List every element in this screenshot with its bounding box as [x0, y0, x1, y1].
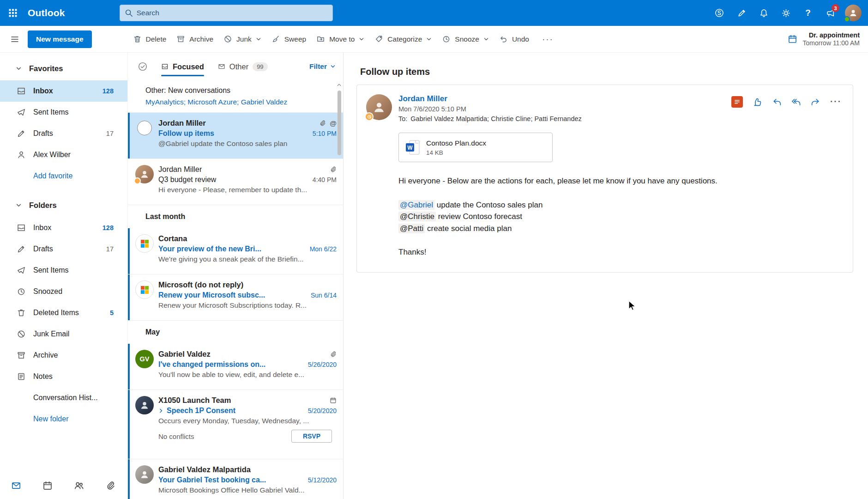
sidebar-item-sent-items[interactable]: Sent Items — [0, 260, 127, 281]
more-commands-button[interactable]: ··· — [537, 30, 559, 49]
tab-other-label: Other — [229, 62, 248, 71]
sidebar-item-conversation-history[interactable]: Conversation Hist... — [0, 387, 127, 408]
message-time: 5/20/2020 — [303, 407, 337, 414]
sender-name-link[interactable]: Jordan Miller — [398, 94, 582, 103]
notifications-bell-icon[interactable] — [753, 2, 775, 24]
sender-avatar[interactable] — [366, 94, 392, 120]
mention-gabriel[interactable]: @Gabriel — [398, 200, 434, 210]
favorites-section-header[interactable]: Favorites — [0, 56, 127, 80]
move-to-button[interactable]: Move to — [311, 30, 369, 49]
undo-label: Undo — [512, 35, 529, 43]
todo-flag-icon[interactable] — [731, 96, 743, 108]
reply-all-icon[interactable] — [791, 97, 801, 107]
pencil-icon — [17, 244, 26, 254]
mention-christie[interactable]: @Christie — [398, 212, 436, 221]
select-all-circle-icon[interactable] — [134, 58, 151, 75]
message-preview: @Gabriel update the Contoso sales plan — [158, 140, 337, 148]
message-datetime: Mon 7/6/2020 5:10 PM — [398, 105, 582, 113]
unread-count: 128 — [102, 87, 114, 95]
avatar — [135, 465, 154, 484]
avatar — [135, 165, 154, 183]
message-card: Jordan Miller Mon 7/6/2020 5:10 PM To: G… — [356, 85, 853, 273]
task-line: @Gabriel update the Contoso sales plan — [398, 199, 840, 211]
other-conversations-banner[interactable]: Other: New conversations MyAnalytics; Mi… — [128, 80, 343, 113]
rsvp-button[interactable]: RSVP — [291, 430, 332, 443]
block-icon — [223, 35, 232, 43]
snooze-button[interactable]: Snooze — [437, 30, 494, 49]
select-radio[interactable] — [137, 121, 152, 135]
attachments-module-icon[interactable] — [105, 481, 115, 491]
word-file-icon: W — [405, 140, 420, 155]
task-line: @Patti create social media plan — [398, 223, 840, 235]
junk-button[interactable]: Junk — [218, 30, 266, 49]
calendar-reminder-peek[interactable]: Dr. appointment Tomorrow 11:00 AM — [788, 31, 860, 48]
sidebar-item-inbox-favorite[interactable]: Inbox 128 — [0, 80, 127, 102]
add-favorite-link[interactable]: Add favorite — [0, 165, 127, 187]
sidebar-item-deleted-items[interactable]: Deleted Items 5 — [0, 302, 127, 323]
feedback-pencil-icon[interactable] — [730, 2, 753, 24]
tab-other[interactable]: Other 99 — [214, 53, 271, 80]
chevron-down-icon — [330, 64, 336, 69]
more-actions-button[interactable]: ··· — [830, 97, 842, 107]
sidebar-item-drafts[interactable]: Drafts 17 — [0, 238, 127, 260]
app-launcher-icon[interactable] — [0, 0, 26, 26]
forward-icon[interactable] — [811, 97, 820, 107]
message-item-q3-budget-review[interactable]: Jordan Miller Q3 budget review 4:40 PM H… — [128, 159, 343, 205]
message-sender: Jordan Miller — [158, 119, 206, 128]
mail-module-icon[interactable] — [11, 481, 21, 491]
hamburger-menu-icon[interactable] — [6, 30, 24, 49]
sidebar-item-archive[interactable]: Archive — [0, 345, 127, 366]
archive-button[interactable]: Archive — [171, 30, 218, 49]
message-preview: You'll now be able to view, edit, and de… — [158, 371, 337, 379]
svg-text:W: W — [407, 145, 413, 151]
help-icon[interactable]: ? — [797, 2, 819, 24]
sidebar-item-junk-email[interactable]: Junk Email — [0, 323, 127, 345]
scrollbar-up-arrow[interactable] — [337, 82, 342, 87]
sweep-button[interactable]: Sweep — [266, 30, 311, 49]
message-item-booking-calendar[interactable]: Gabriel Valdez Malpartida Your Gabriel T… — [128, 459, 343, 499]
settings-gear-icon[interactable] — [775, 2, 797, 24]
undo-button[interactable]: Undo — [494, 30, 534, 49]
search-input[interactable] — [137, 9, 328, 17]
message-item-changed-permissions[interactable]: GV Gabriel Valdez I've changed permissio… — [128, 344, 343, 390]
reading-pane: Follow up items Jordan Miller Mon 7/6/20… — [344, 53, 868, 499]
scrollbar-thumb[interactable] — [338, 91, 341, 155]
sidebar-item-snoozed[interactable]: Snoozed — [0, 281, 127, 302]
message-time: 5:10 PM — [308, 130, 337, 137]
categorize-button[interactable]: Categorize — [369, 30, 437, 49]
message-subject: Follow up items — [158, 129, 214, 138]
message-time: 5/12/2020 — [303, 476, 337, 484]
whats-new-megaphone-icon[interactable]: 3 — [819, 2, 841, 24]
search-bar[interactable] — [120, 5, 333, 21]
unread-count: 17 — [106, 245, 114, 253]
people-module-icon[interactable] — [74, 481, 84, 491]
delete-button[interactable]: Delete — [128, 30, 172, 49]
message-item-speech-consent[interactable]: X1050 Launch Team Speech 1P Consent 5/20… — [128, 390, 343, 459]
calendar-module-icon[interactable] — [42, 481, 53, 491]
reply-icon[interactable] — [772, 97, 782, 107]
new-folder-link[interactable]: New folder — [0, 408, 127, 430]
skype-icon[interactable] — [708, 2, 730, 24]
sidebar-item-inbox[interactable]: Inbox 128 — [0, 217, 127, 238]
tab-focused-label: Focused — [173, 62, 204, 71]
folder-arrow-icon — [316, 35, 325, 43]
new-message-button[interactable]: New message — [28, 30, 92, 48]
folders-section-header[interactable]: Folders — [0, 193, 127, 217]
message-time: 5/26/2020 — [303, 361, 337, 368]
filter-button[interactable]: Filter — [309, 62, 336, 71]
account-avatar[interactable] — [845, 5, 862, 21]
tab-focused[interactable]: Focused — [157, 53, 208, 80]
attachment-card[interactable]: W Contoso Plan.docx 14 KB — [398, 133, 553, 162]
like-icon[interactable] — [753, 97, 762, 107]
message-item-renew-subscription[interactable]: Microsoft (do not reply) Renew your Micr… — [128, 274, 343, 321]
sidebar-item-drafts-favorite[interactable]: Drafts 17 — [0, 123, 127, 144]
mention-patti[interactable]: @Patti — [398, 224, 425, 233]
sidebar-item-alex-wilber[interactable]: Alex Wilber — [0, 144, 127, 165]
sidebar-item-notes[interactable]: Notes — [0, 366, 127, 387]
message-item-follow-up-items[interactable]: Jordan Miller @ Follow up items 5:10 PM … — [128, 113, 343, 159]
message-item-cortana-briefing[interactable]: Cortana Your preview of the new Bri... M… — [128, 228, 343, 274]
message-time: 4:40 PM — [308, 176, 337, 183]
sidebar-item-sent-favorite[interactable]: Sent Items — [0, 102, 127, 123]
recipients-list[interactable]: Gabriel Valdez Malpartida; Christie Clin… — [410, 115, 581, 122]
expand-chevron-right-icon[interactable] — [158, 408, 164, 414]
